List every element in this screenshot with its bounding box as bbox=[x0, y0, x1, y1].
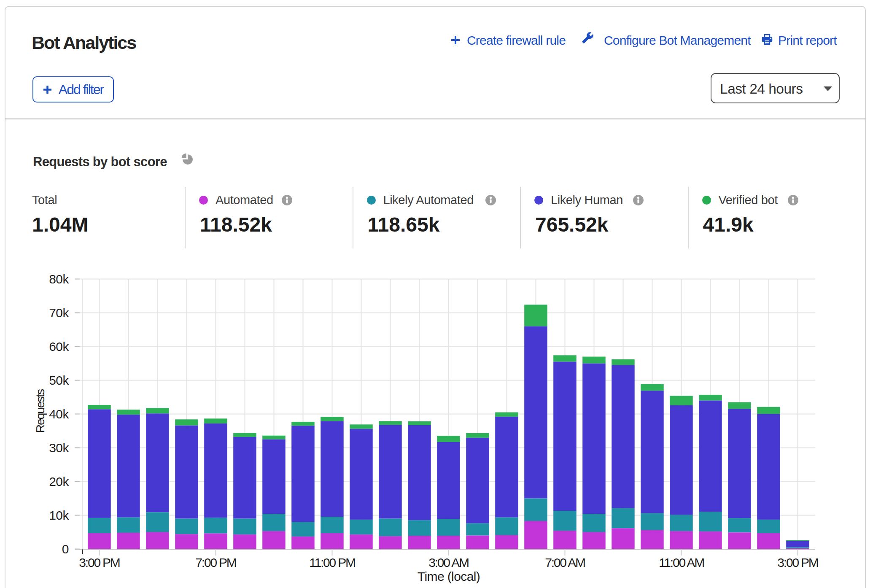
svg-text:Time (local): Time (local) bbox=[418, 569, 480, 583]
svg-text:11:00 PM: 11:00 PM bbox=[309, 556, 355, 569]
svg-text:60k: 60k bbox=[49, 340, 69, 353]
svg-text:30k: 30k bbox=[49, 441, 69, 455]
svg-text:40k: 40k bbox=[49, 407, 69, 421]
svg-text:7:00 AM: 7:00 AM bbox=[545, 556, 585, 569]
svg-text:3:00 AM: 3:00 AM bbox=[428, 556, 469, 569]
svg-text:3:00 PM: 3:00 PM bbox=[777, 556, 818, 569]
svg-text:7:00 PM: 7:00 PM bbox=[195, 556, 236, 569]
svg-text:0: 0 bbox=[62, 542, 69, 556]
svg-text:20k: 20k bbox=[49, 475, 69, 488]
svg-text:3:00 PM: 3:00 PM bbox=[79, 556, 120, 569]
svg-text:70k: 70k bbox=[49, 306, 69, 320]
svg-text:50k: 50k bbox=[49, 373, 69, 387]
svg-text:11:00 AM: 11:00 AM bbox=[659, 556, 704, 569]
svg-text:80k: 80k bbox=[49, 272, 69, 286]
svg-text:10k: 10k bbox=[49, 508, 69, 522]
svg-text:Requests: Requests bbox=[34, 389, 47, 433]
